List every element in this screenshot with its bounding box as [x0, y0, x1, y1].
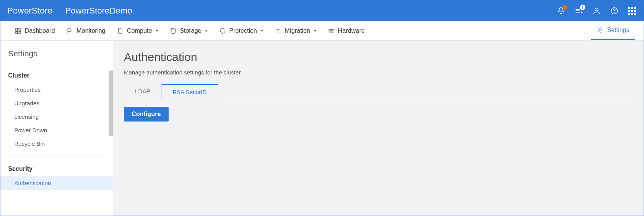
- tab-rsa-securid[interactable]: RSA SecurID: [161, 84, 218, 99]
- compute-icon: [117, 27, 124, 34]
- sidebar-item-recycle-bin[interactable]: Recycle Bin: [0, 137, 113, 150]
- svg-rect-6: [19, 31, 21, 33]
- system-name: PowerStoreDemo: [65, 6, 132, 16]
- flag-icon: [66, 27, 73, 34]
- apps-icon[interactable]: [627, 6, 637, 15]
- sidebar-item-authentication[interactable]: Authentication: [0, 176, 113, 190]
- content-area: Authentication Manage authentication set…: [113, 40, 644, 216]
- topbar-icons: !: [556, 6, 637, 15]
- nav-compute-label: Compute: [127, 27, 152, 34]
- help-icon[interactable]: [610, 6, 619, 15]
- user-icon[interactable]: [592, 6, 601, 15]
- nav-hardware[interactable]: Hardware: [322, 21, 370, 40]
- chevron-down-icon: ▾: [314, 28, 316, 33]
- sidebar-item-properties[interactable]: Properties: [0, 83, 113, 96]
- svg-point-10: [600, 29, 602, 31]
- page-subtitle: Manage authentication settings for the c…: [124, 69, 633, 76]
- alerts-icon[interactable]: [556, 6, 566, 15]
- dashboard-icon: [15, 27, 22, 34]
- chevron-down-icon: ▾: [156, 28, 158, 33]
- gear-icon: [597, 27, 604, 34]
- nav-monitoring[interactable]: Monitoring: [61, 21, 111, 40]
- sidebar-item-power-down[interactable]: Power Down: [0, 123, 113, 137]
- auth-tabs: LDAP RSA SecurID: [124, 83, 633, 99]
- nav-monitoring-label: Monitoring: [76, 27, 105, 34]
- svg-rect-4: [19, 28, 21, 30]
- jobs-icon[interactable]: !: [574, 6, 583, 15]
- nav-compute[interactable]: Compute ▾: [111, 21, 164, 40]
- settings-sidebar: Settings Cluster Properties Upgrades Lic…: [0, 40, 113, 216]
- sidebar-item-licensing[interactable]: Licensing: [0, 110, 113, 123]
- nav-storage[interactable]: Storage ▾: [164, 21, 213, 40]
- topbar: PowerStore PowerStoreDemo !: [0, 0, 644, 21]
- migration-icon: [275, 27, 282, 34]
- chevron-down-icon: ▾: [261, 28, 263, 33]
- nav-dashboard-label: Dashboard: [25, 27, 55, 34]
- nav-migration-label: Migration: [285, 27, 310, 34]
- nav-storage-label: Storage: [180, 27, 201, 34]
- alerts-badge: [563, 5, 567, 10]
- svg-rect-5: [15, 31, 17, 33]
- svg-point-2: [614, 12, 614, 13]
- nav-hardware-label: Hardware: [338, 27, 365, 34]
- sidebar-title: Settings: [0, 40, 113, 67]
- nav-protection[interactable]: Protection ▾: [213, 21, 269, 40]
- navbar: Dashboard Monitoring Compute ▾ Storage ▾…: [0, 21, 644, 40]
- tab-ldap[interactable]: LDAP: [124, 84, 161, 99]
- nav-settings-label: Settings: [607, 27, 629, 34]
- nav-protection-label: Protection: [229, 27, 257, 34]
- sidebar-divider: [8, 155, 105, 155]
- svg-point-8: [171, 28, 176, 30]
- brand-name: PowerStore: [7, 6, 52, 16]
- chevron-down-icon: ▾: [205, 28, 208, 33]
- sidebar-group-cluster: Cluster: [0, 67, 113, 83]
- storage-icon: [170, 27, 177, 34]
- svg-rect-3: [15, 28, 17, 30]
- nav-settings[interactable]: Settings: [591, 21, 635, 40]
- nav-migration[interactable]: Migration ▾: [269, 21, 322, 40]
- svg-point-0: [595, 8, 598, 11]
- svg-rect-7: [118, 28, 122, 34]
- jobs-badge: !: [580, 5, 585, 10]
- brand-separator: [59, 5, 59, 16]
- sidebar-group-security: Security: [0, 160, 113, 176]
- page-title: Authentication: [124, 51, 633, 64]
- shield-icon: [219, 27, 226, 34]
- configure-button[interactable]: Configure: [124, 107, 169, 122]
- sidebar-item-upgrades[interactable]: Upgrades: [0, 96, 113, 110]
- nav-dashboard[interactable]: Dashboard: [9, 21, 61, 40]
- hardware-icon: [328, 27, 335, 34]
